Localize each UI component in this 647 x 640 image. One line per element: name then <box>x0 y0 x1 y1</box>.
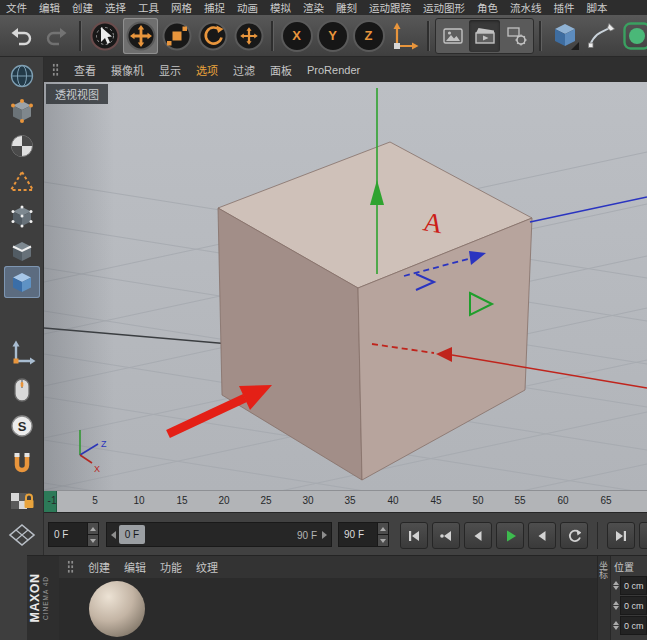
menu-pipeline[interactable]: 流水线 <box>510 0 542 15</box>
vp-menu-cameras[interactable]: 摄像机 <box>111 62 144 78</box>
z-axis-lock-button[interactable]: Z <box>351 18 386 54</box>
viewport-canvas[interactable]: A Z X <box>44 82 647 490</box>
play-forward-button[interactable] <box>496 522 524 549</box>
material-manager: MAXON CINEMA 4D 创建 编辑 功能 纹理 <box>27 555 597 640</box>
enable-axis-button[interactable] <box>4 338 40 370</box>
cube-primitive-button[interactable] <box>547 18 582 54</box>
end-frame-value[interactable]: 90 F <box>338 522 378 547</box>
subdivision-surface-button[interactable] <box>619 18 647 54</box>
menu-edit[interactable]: 编辑 <box>39 0 60 15</box>
menu-render[interactable]: 渲染 <box>303 0 324 15</box>
menu-tools[interactable]: 工具 <box>138 0 159 15</box>
lock-workplane-button[interactable] <box>4 484 40 516</box>
globe-button[interactable] <box>4 60 40 92</box>
render-view-button[interactable] <box>437 20 468 52</box>
last-used-tool-button[interactable] <box>231 18 266 54</box>
goto-previous-frame-button[interactable] <box>464 522 492 549</box>
render-picture-viewer-button[interactable] <box>469 20 500 52</box>
end-frame-stepper[interactable] <box>378 522 389 547</box>
vp-menu-options[interactable]: 选项 <box>196 62 218 78</box>
magnet-button[interactable] <box>4 448 40 480</box>
slider-right-arrow-icon[interactable] <box>322 531 327 539</box>
start-frame-stepper[interactable] <box>88 522 99 547</box>
timeline-ruler[interactable]: -1 5 10 15 20 25 30 35 40 45 50 55 60 65 <box>44 490 647 512</box>
menu-script[interactable]: 脚本 <box>587 0 608 15</box>
live-selection-tool-button[interactable] <box>87 18 122 54</box>
snap-button[interactable]: S <box>4 410 40 442</box>
x-axis-lock-button[interactable]: X <box>279 18 314 54</box>
mat-menu-texture[interactable]: 纹理 <box>196 559 218 575</box>
ruler-tick: 65 <box>600 495 611 506</box>
scale-icon <box>161 20 193 52</box>
position-x-field[interactable]: 0 cm <box>620 576 647 595</box>
start-frame-value[interactable]: 0 F <box>48 522 88 547</box>
redo-button[interactable] <box>39 18 74 54</box>
mouse-input-button[interactable] <box>4 374 40 406</box>
menu-mesh[interactable]: 网格 <box>171 0 192 15</box>
coordinate-system-button[interactable] <box>387 18 422 54</box>
menu-select[interactable]: 选择 <box>105 0 126 15</box>
points-mode-button[interactable] <box>4 200 40 232</box>
goto-end-button[interactable] <box>607 522 635 549</box>
panel-grip[interactable] <box>67 560 74 574</box>
vp-menu-display[interactable]: 显示 <box>159 62 181 78</box>
start-frame-field[interactable]: 0 F <box>48 522 99 547</box>
menu-plugins[interactable]: 插件 <box>554 0 575 15</box>
loop-icon <box>567 529 581 543</box>
menu-mograph[interactable]: 运动图形 <box>423 0 465 15</box>
position-x-stepper[interactable] <box>612 576 620 595</box>
mat-menu-create[interactable]: 创建 <box>88 559 110 575</box>
mat-menu-edit[interactable]: 编辑 <box>124 559 146 575</box>
plane-grid-button[interactable] <box>4 519 40 551</box>
move-tool-button[interactable] <box>123 18 158 54</box>
timeline-slider[interactable]: 0 F 90 F <box>106 522 332 547</box>
menu-motion-tracker[interactable]: 运动跟踪 <box>369 0 411 15</box>
x-axis-letter: X <box>292 28 301 43</box>
position-z-field[interactable]: 0 cm <box>620 616 647 635</box>
menu-character[interactable]: 角色 <box>477 0 498 15</box>
goto-start-button[interactable] <box>400 522 428 549</box>
ruler-tick: 15 <box>176 495 187 506</box>
menu-sculpt[interactable]: 雕刻 <box>336 0 357 15</box>
ruler-tick: 35 <box>344 495 355 506</box>
y-axis-lock-button[interactable]: Y <box>315 18 350 54</box>
magnet-icon <box>8 450 36 478</box>
polygons-mode-button[interactable] <box>4 266 40 298</box>
undo-button[interactable] <box>3 18 38 54</box>
vp-menu-prorender[interactable]: ProRender <box>307 64 360 76</box>
record-keyframe-button[interactable] <box>639 522 647 549</box>
menu-simulate[interactable]: 模拟 <box>270 0 291 15</box>
end-frame-field[interactable]: 90 F <box>338 522 389 547</box>
rotate-tool-button[interactable] <box>195 18 230 54</box>
scale-tool-button[interactable] <box>159 18 194 54</box>
menu-animate[interactable]: 动画 <box>237 0 258 15</box>
render-settings-button[interactable] <box>501 20 532 52</box>
position-y-stepper[interactable] <box>612 596 620 615</box>
menu-snap[interactable]: 捕捉 <box>204 0 225 15</box>
position-y-field[interactable]: 0 cm <box>620 596 647 615</box>
texture-mode-button[interactable] <box>4 130 40 162</box>
edges-mode-button[interactable] <box>4 235 40 267</box>
vp-menu-panel[interactable]: 面板 <box>270 62 292 78</box>
viewport-menubar: 查看 摄像机 显示 选项 过滤 面板 ProRender <box>44 57 647 82</box>
loop-button[interactable] <box>560 522 588 549</box>
position-z-stepper[interactable] <box>612 616 620 635</box>
perspective-viewport[interactable]: A Z X 透视视图 <box>44 82 647 490</box>
vp-menu-view[interactable]: 查看 <box>74 62 96 78</box>
menu-file[interactable]: 文件 <box>6 0 27 15</box>
pen-spline-button[interactable] <box>583 18 618 54</box>
panel-grip[interactable] <box>52 63 59 77</box>
material-preview-sphere[interactable] <box>89 581 145 637</box>
slider-left-arrow-icon[interactable] <box>111 531 116 539</box>
goto-next-frame-button[interactable] <box>528 522 556 549</box>
goto-previous-key-button[interactable] <box>432 522 460 549</box>
make-editable-button[interactable] <box>4 95 40 127</box>
workplane-mode-button[interactable] <box>4 165 40 197</box>
vp-menu-filter[interactable]: 过滤 <box>233 62 255 78</box>
menu-create[interactable]: 创建 <box>72 0 93 15</box>
coordinates-tab[interactable]: 坐标 <box>598 556 611 640</box>
material-list[interactable] <box>59 578 597 640</box>
mat-menu-function[interactable]: 功能 <box>160 559 182 575</box>
workplane-mode-icon <box>8 167 36 195</box>
slider-handle[interactable]: 0 F <box>119 525 145 544</box>
